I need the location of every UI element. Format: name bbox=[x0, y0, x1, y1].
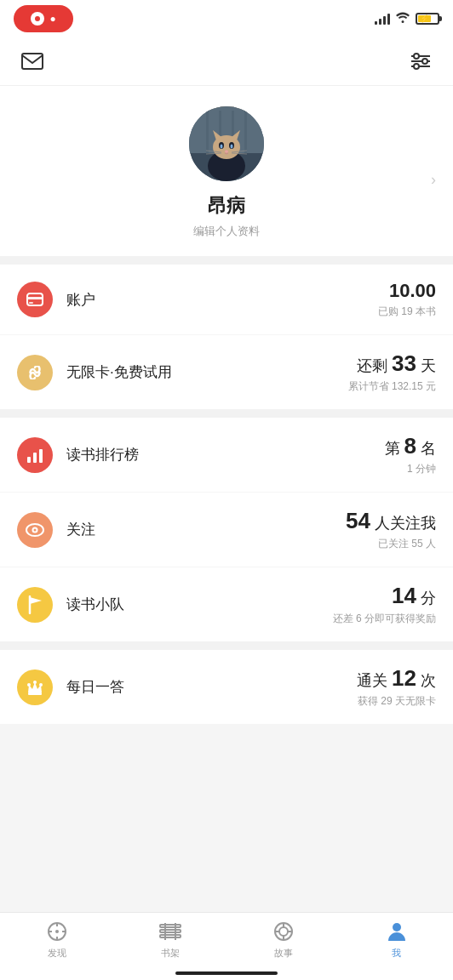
wifi-icon bbox=[395, 11, 410, 26]
account-right: 10.00 已购 19 本书 bbox=[378, 280, 436, 319]
svg-point-6 bbox=[414, 64, 419, 69]
svg-rect-36 bbox=[28, 692, 42, 695]
crown-icon bbox=[26, 679, 44, 696]
follow-right: 54 人关注我 已关注 55 人 bbox=[346, 508, 436, 551]
settings-button[interactable] bbox=[405, 46, 436, 77]
story-label: 故事 bbox=[274, 947, 293, 960]
follow-value: 54 人关注我 bbox=[346, 508, 436, 534]
profile-section: 昂病 编辑个人资料 › bbox=[0, 86, 453, 256]
account-sub: 已购 19 本书 bbox=[378, 305, 436, 319]
unlimited-value: 还剩 33 天 bbox=[357, 350, 436, 377]
status-bar: ● ⚡ bbox=[0, 0, 453, 37]
eye-icon bbox=[25, 522, 45, 538]
svg-rect-27 bbox=[27, 297, 43, 299]
svg-point-39 bbox=[39, 683, 43, 687]
reading-team-value: 14 分 bbox=[392, 583, 436, 609]
account-icon-wrap bbox=[17, 282, 53, 317]
unlimited-sub: 累计节省 132.15 元 bbox=[348, 379, 436, 394]
battery-fill: ⚡ bbox=[418, 15, 431, 22]
svg-point-38 bbox=[33, 681, 37, 684]
svg-rect-0 bbox=[22, 54, 43, 69]
svg-rect-30 bbox=[33, 453, 37, 463]
reading-team-menu-item[interactable]: 读书小队 14 分 还差 6 分即可获得奖励 bbox=[0, 567, 453, 641]
account-value: 10.00 bbox=[389, 280, 436, 302]
story-icon bbox=[272, 920, 295, 943]
signal-icon bbox=[375, 13, 390, 25]
svg-rect-28 bbox=[29, 302, 33, 304]
username: 昂病 bbox=[208, 193, 245, 219]
unlimited-label: 无限卡·免费试用 bbox=[66, 362, 348, 382]
discover-label: 发现 bbox=[48, 947, 66, 960]
reading-rank-value: 第 8 名 bbox=[385, 433, 437, 459]
account-menu-item[interactable]: 账户 10.00 已购 19 本书 bbox=[0, 265, 453, 335]
me-icon bbox=[385, 920, 409, 943]
chart-icon bbox=[26, 447, 44, 464]
section-divider-1 bbox=[0, 256, 453, 265]
reading-team-sub: 还差 6 分即可获得奖励 bbox=[333, 612, 436, 626]
daily-quiz-right: 通关 12 次 获得 29 天无限卡 bbox=[357, 665, 436, 709]
record-label: ● bbox=[49, 13, 55, 25]
svg-point-34 bbox=[34, 528, 37, 531]
unlimited-icon-wrap bbox=[17, 355, 53, 390]
tab-bookshelf[interactable]: 书架 bbox=[113, 913, 226, 966]
daily-quiz-menu-item[interactable]: 每日一答 通关 12 次 获得 29 天无限卡 bbox=[0, 650, 453, 724]
svg-point-19 bbox=[221, 145, 223, 149]
flag-icon bbox=[26, 595, 43, 614]
reading-rank-right: 第 8 名 1 分钟 bbox=[385, 433, 437, 476]
record-button[interactable]: ● bbox=[14, 5, 73, 32]
follow-label: 关注 bbox=[66, 520, 346, 539]
battery-icon: ⚡ bbox=[416, 13, 439, 25]
svg-point-21 bbox=[225, 151, 228, 153]
svg-rect-31 bbox=[39, 449, 43, 463]
avatar[interactable] bbox=[189, 106, 264, 181]
svg-point-5 bbox=[422, 59, 427, 64]
bookshelf-label: 书架 bbox=[161, 947, 180, 960]
svg-point-37 bbox=[27, 683, 31, 687]
daily-quiz-label: 每日一答 bbox=[66, 677, 357, 697]
follow-menu-item[interactable]: 关注 54 人关注我 已关注 55 人 bbox=[0, 493, 453, 567]
svg-point-57 bbox=[393, 923, 401, 932]
unlimited-menu-item[interactable]: 无限卡·免费试用 还剩 33 天 累计节省 132.15 元 bbox=[0, 335, 453, 409]
bottom-nav: 发现 书架 故事 bbox=[0, 912, 453, 980]
svg-point-20 bbox=[231, 145, 233, 149]
svg-point-41 bbox=[55, 930, 59, 933]
svg-point-52 bbox=[279, 927, 288, 936]
record-dot-icon bbox=[31, 12, 44, 26]
reading-rank-icon-wrap bbox=[17, 437, 53, 473]
tab-discover[interactable]: 发现 bbox=[0, 913, 113, 966]
reading-rank-menu-item[interactable]: 读书排行榜 第 8 名 1 分钟 bbox=[0, 418, 453, 493]
section-divider-3 bbox=[0, 641, 453, 650]
me-label: 我 bbox=[392, 947, 401, 960]
mail-button[interactable] bbox=[17, 46, 48, 77]
daily-section: 每日一答 通关 12 次 获得 29 天无限卡 bbox=[0, 650, 453, 724]
status-bar-right: ⚡ bbox=[375, 11, 439, 26]
home-indicator bbox=[175, 971, 278, 975]
svg-rect-46 bbox=[160, 925, 181, 927]
unlimited-icon bbox=[26, 366, 44, 379]
section-divider-2 bbox=[0, 409, 453, 418]
account-section: 账户 10.00 已购 19 本书 无限卡·免费试用 还剩 33 天 累计节省 … bbox=[0, 265, 453, 409]
status-bar-left: ● bbox=[14, 5, 73, 32]
reading-team-icon-wrap bbox=[17, 587, 53, 623]
profile-arrow-icon: › bbox=[431, 171, 436, 189]
svg-point-4 bbox=[414, 54, 419, 59]
unlimited-right: 还剩 33 天 累计节省 132.15 元 bbox=[348, 350, 436, 394]
top-nav bbox=[0, 37, 453, 86]
avatar-image bbox=[189, 106, 264, 181]
account-icon bbox=[26, 290, 44, 309]
bookshelf-icon bbox=[158, 920, 182, 943]
account-label: 账户 bbox=[66, 290, 378, 310]
edit-profile-link[interactable]: 编辑个人资料 bbox=[193, 224, 260, 239]
reading-rank-sub: 1 分钟 bbox=[407, 462, 436, 476]
reading-rank-label: 读书排行榜 bbox=[66, 445, 385, 464]
svg-rect-47 bbox=[160, 930, 181, 932]
daily-quiz-value: 通关 12 次 bbox=[357, 665, 436, 692]
social-section: 读书排行榜 第 8 名 1 分钟 关注 54 人关注我 已关注 55 人 bbox=[0, 418, 453, 641]
svg-rect-48 bbox=[160, 935, 181, 937]
follow-icon-wrap bbox=[17, 512, 53, 548]
tab-me[interactable]: 我 bbox=[340, 913, 453, 966]
tab-story[interactable]: 故事 bbox=[226, 913, 340, 966]
reading-team-right: 14 分 还差 6 分即可获得奖励 bbox=[333, 583, 436, 626]
reading-team-label: 读书小队 bbox=[66, 595, 333, 614]
daily-quiz-sub: 获得 29 天无限卡 bbox=[358, 694, 436, 709]
